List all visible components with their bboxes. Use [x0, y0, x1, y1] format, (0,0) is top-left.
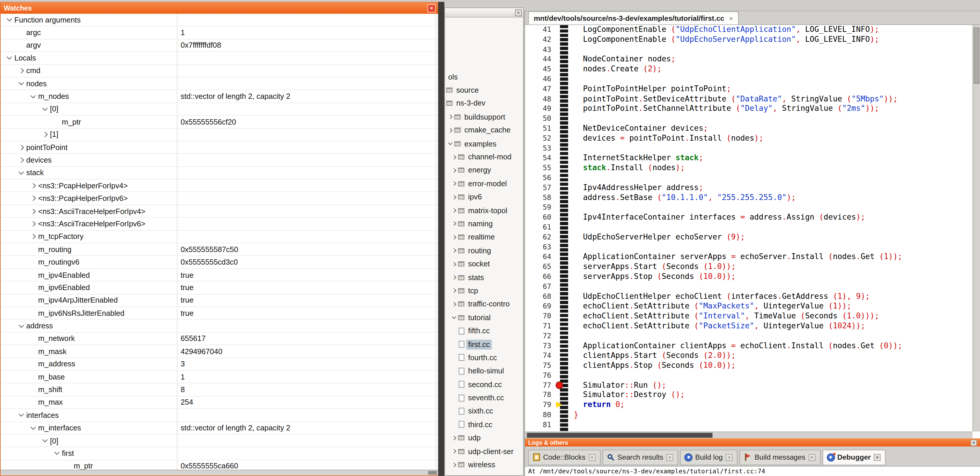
code-line[interactable]: 57 Ipv4AddressHelper address; — [525, 183, 973, 193]
collapse-icon[interactable] — [16, 83, 26, 85]
expand-icon[interactable] — [450, 249, 458, 252]
tree-item-hello-simul[interactable]: hello-simul — [445, 364, 523, 378]
expand-icon[interactable] — [446, 129, 454, 132]
watch-row[interactable]: m_network655617 — [1, 332, 439, 345]
watch-row[interactable]: m_base1 — [1, 371, 439, 383]
code-line[interactable]: 52 devices = pointToPoint.Install (nodes… — [525, 134, 973, 144]
close-icon[interactable]: × — [428, 4, 436, 12]
watch-row[interactable]: [1] — [1, 129, 439, 142]
close-icon[interactable]: × — [729, 14, 733, 22]
watch-row[interactable]: m_ptr0x55555556cf20 — [1, 116, 439, 129]
editor-vscrollbar-thumb[interactable] — [974, 27, 979, 84]
line-number[interactable]: 44 — [525, 55, 552, 65]
tree-item-fifth-cc[interactable]: fifth.cc — [445, 324, 523, 338]
log-tab-search-results[interactable]: Search results× — [602, 449, 678, 465]
collapse-icon[interactable] — [28, 95, 38, 97]
line-number[interactable]: 77 — [525, 381, 552, 391]
watch-row[interactable]: <ns3::PcapHelperForIpv4> — [1, 179, 439, 192]
line-number[interactable]: 45 — [525, 65, 552, 75]
watch-row[interactable]: m_address3 — [1, 358, 439, 371]
code-line[interactable]: 68 UdpEchoClientHelper echoClient (inter… — [525, 292, 973, 302]
collapse-icon[interactable] — [446, 143, 454, 144]
line-number[interactable]: 43 — [525, 45, 552, 55]
collapse-icon[interactable] — [5, 57, 14, 59]
expand-icon[interactable] — [450, 209, 458, 212]
line-number[interactable]: 42 — [525, 35, 552, 45]
expand-icon[interactable] — [16, 158, 26, 162]
line-number[interactable]: 68 — [525, 292, 552, 302]
line-number[interactable]: 69 — [525, 302, 552, 311]
code-line[interactable]: 66 serverApps.Stop (Seconds (10.0)); — [525, 272, 973, 282]
code-line[interactable]: 73 ApplicationContainer clientApps = ech… — [525, 341, 973, 351]
tree-item-socket[interactable]: socket — [445, 257, 523, 271]
line-number[interactable]: 53 — [525, 144, 552, 153]
close-icon[interactable]: × — [970, 439, 977, 446]
line-number[interactable]: 64 — [525, 252, 552, 262]
watches-titlebar[interactable]: Watches × — [1, 3, 439, 14]
line-number[interactable]: 55 — [525, 163, 552, 173]
line-number[interactable]: 67 — [525, 282, 552, 292]
line-number[interactable]: 60 — [525, 213, 552, 223]
watch-row[interactable]: stack — [1, 167, 439, 179]
line-number[interactable]: 65 — [525, 262, 552, 272]
collapse-icon[interactable] — [16, 172, 26, 174]
close-icon[interactable]: × — [874, 454, 881, 461]
expand-icon[interactable] — [450, 262, 458, 266]
expand-icon[interactable] — [40, 133, 50, 137]
line-number[interactable]: 57 — [525, 183, 552, 193]
expand-icon[interactable] — [450, 436, 458, 439]
tree-item-error-model[interactable]: error-model — [445, 177, 523, 191]
tree-item-ols[interactable]: ols — [445, 70, 523, 84]
line-number[interactable]: 49 — [525, 104, 552, 114]
line-number[interactable]: 50 — [525, 114, 552, 124]
code-line[interactable]: 62 UdpEchoServerHelper echoServer (9); — [525, 232, 973, 243]
expand-icon[interactable] — [450, 303, 458, 306]
watch-row[interactable]: m_tcpFactory — [1, 231, 439, 244]
expand-icon[interactable] — [450, 289, 458, 292]
tree-item-sixth-cc[interactable]: sixth.cc — [445, 404, 523, 418]
watch-row[interactable]: cmd — [1, 65, 439, 78]
tree-item-tutorial[interactable]: tutorial — [445, 311, 523, 324]
close-icon[interactable]: × — [515, 9, 522, 16]
tree-item-energy[interactable]: energy — [445, 164, 523, 177]
logs-titlebar[interactable]: Logs & others × — [525, 438, 980, 446]
code-line[interactable]: 63 — [525, 243, 973, 252]
expand-icon[interactable] — [450, 182, 458, 185]
expand-icon[interactable] — [16, 145, 26, 149]
tree-item-wireless[interactable]: wireless — [445, 458, 523, 471]
watch-row[interactable]: argc1 — [1, 27, 439, 40]
expand-icon[interactable] — [450, 450, 458, 453]
tree-item-fourth-cc[interactable]: fourth.cc — [445, 351, 523, 364]
code-line[interactable]: 74 clientApps.Start (Seconds (2.0)); — [525, 351, 973, 361]
code-line[interactable]: 58 address.SetBase ("10.1.1.0", "255.255… — [525, 193, 973, 203]
expand-icon[interactable] — [28, 222, 38, 226]
watch-row[interactable]: m_ptr0x5555555ca660 — [1, 460, 439, 470]
watch-row[interactable]: m_ipv4Enabledtrue — [1, 269, 439, 281]
log-tab-build-messages[interactable]: Build messages× — [740, 449, 820, 465]
tree-item-udp[interactable]: udp — [445, 431, 523, 445]
code-line[interactable]: 77 Simulator::Run (); — [525, 381, 973, 391]
tree-item-udp-client-ser[interactable]: udp-client-ser — [445, 445, 523, 458]
line-number[interactable]: 41 — [525, 25, 552, 35]
watch-row[interactable]: m_routing0x555555587c50 — [1, 243, 439, 256]
watch-row[interactable]: <ns3::PcapHelperForIpv6> — [1, 192, 439, 205]
watch-row[interactable]: m_ipv6NsRsJitterEnabledtrue — [1, 307, 439, 320]
tree-item-examples[interactable]: examples — [445, 137, 523, 150]
code-line[interactable]: 54 InternetStackHelper stack; — [525, 153, 973, 163]
collapse-icon[interactable] — [5, 19, 14, 21]
line-number[interactable]: 71 — [525, 321, 552, 331]
expand-icon[interactable] — [446, 115, 454, 118]
line-number[interactable]: 48 — [525, 94, 552, 104]
expand-icon[interactable] — [450, 222, 458, 225]
tree-item-buildsupport[interactable]: buildsupport — [445, 110, 523, 124]
watch-row[interactable]: m_max254 — [1, 396, 439, 409]
tree-item-tcp[interactable]: tcp — [445, 284, 523, 298]
code-line[interactable]: 76 — [525, 371, 973, 381]
tree-item-naming[interactable]: naming — [445, 217, 523, 231]
expand-icon[interactable] — [16, 69, 26, 73]
watch-row[interactable]: argv0x7fffffffdf08 — [1, 39, 439, 52]
watch-row[interactable]: m_interfacesstd::vector of length 2, cap… — [1, 422, 439, 435]
tree-item-third-cc[interactable]: third.cc — [445, 418, 523, 431]
code-line[interactable]: 70 echoClient.SetAttribute ("Interval", … — [525, 311, 973, 321]
expand-icon[interactable] — [450, 196, 458, 199]
